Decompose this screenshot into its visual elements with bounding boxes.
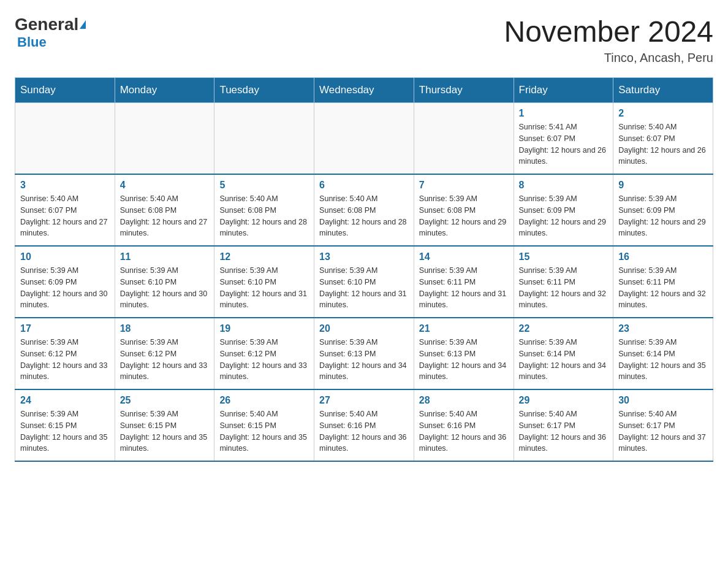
weekday-header-thursday: Thursday: [414, 78, 514, 103]
calendar-cell: 22Sunrise: 5:39 AMSunset: 6:14 PMDayligh…: [514, 318, 613, 389]
logo-triangle-icon: [80, 20, 86, 29]
calendar-week-3: 10Sunrise: 5:39 AMSunset: 6:09 PMDayligh…: [15, 246, 713, 318]
calendar-cell: 4Sunrise: 5:40 AMSunset: 6:08 PMDaylight…: [115, 174, 214, 246]
calendar-cell: 3Sunrise: 5:40 AMSunset: 6:07 PMDaylight…: [15, 174, 115, 246]
day-number: 12: [219, 251, 309, 262]
day-info: Sunrise: 5:40 AMSunset: 6:17 PMDaylight:…: [519, 408, 609, 454]
day-number: 21: [419, 323, 509, 334]
logo-general-text: General: [15, 15, 78, 34]
calendar-cell: 17Sunrise: 5:39 AMSunset: 6:12 PMDayligh…: [15, 318, 115, 389]
calendar-cell: 25Sunrise: 5:39 AMSunset: 6:15 PMDayligh…: [115, 389, 214, 461]
day-number: 4: [120, 180, 210, 191]
day-number: 19: [219, 323, 309, 334]
day-info: Sunrise: 5:39 AMSunset: 6:13 PMDaylight:…: [319, 337, 409, 383]
day-info: Sunrise: 5:40 AMSunset: 6:07 PMDaylight:…: [20, 193, 110, 239]
day-info: Sunrise: 5:39 AMSunset: 6:11 PMDaylight:…: [519, 265, 609, 311]
calendar-week-4: 17Sunrise: 5:39 AMSunset: 6:12 PMDayligh…: [15, 318, 713, 389]
day-number: 25: [120, 395, 210, 406]
calendar-cell: 8Sunrise: 5:39 AMSunset: 6:09 PMDaylight…: [514, 174, 613, 246]
calendar-cell: 16Sunrise: 5:39 AMSunset: 6:11 PMDayligh…: [613, 246, 713, 318]
calendar-cell: 13Sunrise: 5:39 AMSunset: 6:10 PMDayligh…: [314, 246, 414, 318]
calendar-week-5: 24Sunrise: 5:39 AMSunset: 6:15 PMDayligh…: [15, 389, 713, 461]
calendar-cell: 23Sunrise: 5:39 AMSunset: 6:14 PMDayligh…: [613, 318, 713, 389]
day-info: Sunrise: 5:40 AMSunset: 6:08 PMDaylight:…: [120, 193, 210, 239]
calendar-cell: 1Sunrise: 5:41 AMSunset: 6:07 PMDaylight…: [514, 103, 613, 175]
day-number: 10: [20, 251, 110, 262]
title-block: November 2024 Tinco, Ancash, Peru: [504, 15, 713, 65]
calendar-cell: 18Sunrise: 5:39 AMSunset: 6:12 PMDayligh…: [115, 318, 214, 389]
day-number: 6: [319, 180, 409, 191]
calendar-cell: 21Sunrise: 5:39 AMSunset: 6:13 PMDayligh…: [414, 318, 514, 389]
day-number: 5: [219, 180, 309, 191]
day-number: 7: [419, 180, 509, 191]
day-number: 27: [319, 395, 409, 406]
calendar-cell: 29Sunrise: 5:40 AMSunset: 6:17 PMDayligh…: [514, 389, 613, 461]
day-info: Sunrise: 5:39 AMSunset: 6:11 PMDaylight:…: [618, 265, 708, 311]
calendar-cell: [115, 103, 214, 175]
calendar-cell: [15, 103, 115, 175]
day-number: 18: [120, 323, 210, 334]
day-info: Sunrise: 5:39 AMSunset: 6:10 PMDaylight:…: [319, 265, 409, 311]
day-info: Sunrise: 5:40 AMSunset: 6:16 PMDaylight:…: [419, 408, 509, 454]
weekday-header-monday: Monday: [115, 78, 214, 103]
logo-text: General: [15, 15, 86, 34]
weekday-header-friday: Friday: [514, 78, 613, 103]
day-info: Sunrise: 5:40 AMSunset: 6:15 PMDaylight:…: [219, 408, 309, 454]
day-info: Sunrise: 5:39 AMSunset: 6:15 PMDaylight:…: [120, 408, 210, 454]
day-number: 22: [519, 323, 609, 334]
day-number: 16: [618, 251, 708, 262]
calendar-week-2: 3Sunrise: 5:40 AMSunset: 6:07 PMDaylight…: [15, 174, 713, 246]
day-number: 20: [319, 323, 409, 334]
day-info: Sunrise: 5:39 AMSunset: 6:09 PMDaylight:…: [519, 193, 609, 239]
day-number: 26: [219, 395, 309, 406]
day-number: 14: [419, 251, 509, 262]
calendar-cell: 5Sunrise: 5:40 AMSunset: 6:08 PMDaylight…: [214, 174, 314, 246]
calendar-cell: 24Sunrise: 5:39 AMSunset: 6:15 PMDayligh…: [15, 389, 115, 461]
calendar-week-1: 1Sunrise: 5:41 AMSunset: 6:07 PMDaylight…: [15, 103, 713, 175]
day-info: Sunrise: 5:39 AMSunset: 6:15 PMDaylight:…: [20, 408, 110, 454]
calendar-cell: 7Sunrise: 5:39 AMSunset: 6:08 PMDaylight…: [414, 174, 514, 246]
day-info: Sunrise: 5:39 AMSunset: 6:14 PMDaylight:…: [618, 337, 708, 383]
calendar-cell: 20Sunrise: 5:39 AMSunset: 6:13 PMDayligh…: [314, 318, 414, 389]
weekday-header-tuesday: Tuesday: [214, 78, 314, 103]
weekday-header-sunday: Sunday: [15, 78, 115, 103]
calendar-cell: [414, 103, 514, 175]
day-info: Sunrise: 5:39 AMSunset: 6:13 PMDaylight:…: [419, 337, 509, 383]
day-info: Sunrise: 5:40 AMSunset: 6:07 PMDaylight:…: [618, 121, 708, 167]
day-info: Sunrise: 5:39 AMSunset: 6:08 PMDaylight:…: [419, 193, 509, 239]
day-info: Sunrise: 5:39 AMSunset: 6:12 PMDaylight:…: [120, 337, 210, 383]
calendar-cell: 19Sunrise: 5:39 AMSunset: 6:12 PMDayligh…: [214, 318, 314, 389]
logo-blue-text: Blue: [17, 34, 47, 50]
month-title: November 2024: [504, 15, 713, 48]
calendar-header: SundayMondayTuesdayWednesdayThursdayFrid…: [15, 78, 713, 103]
location-subtitle: Tinco, Ancash, Peru: [504, 51, 713, 65]
day-info: Sunrise: 5:39 AMSunset: 6:11 PMDaylight:…: [419, 265, 509, 311]
day-info: Sunrise: 5:40 AMSunset: 6:17 PMDaylight:…: [618, 408, 708, 454]
day-number: 24: [20, 395, 110, 406]
weekday-header-wednesday: Wednesday: [314, 78, 414, 103]
day-info: Sunrise: 5:41 AMSunset: 6:07 PMDaylight:…: [519, 121, 609, 167]
calendar-cell: 2Sunrise: 5:40 AMSunset: 6:07 PMDaylight…: [613, 103, 713, 175]
calendar-cell: [314, 103, 414, 175]
calendar-body: 1Sunrise: 5:41 AMSunset: 6:07 PMDaylight…: [15, 103, 713, 462]
calendar-cell: 11Sunrise: 5:39 AMSunset: 6:10 PMDayligh…: [115, 246, 214, 318]
day-number: 15: [519, 251, 609, 262]
calendar-cell: 15Sunrise: 5:39 AMSunset: 6:11 PMDayligh…: [514, 246, 613, 318]
day-info: Sunrise: 5:39 AMSunset: 6:14 PMDaylight:…: [519, 337, 609, 383]
day-info: Sunrise: 5:40 AMSunset: 6:08 PMDaylight:…: [219, 193, 309, 239]
calendar-cell: 14Sunrise: 5:39 AMSunset: 6:11 PMDayligh…: [414, 246, 514, 318]
day-number: 3: [20, 180, 110, 191]
calendar-cell: 26Sunrise: 5:40 AMSunset: 6:15 PMDayligh…: [214, 389, 314, 461]
day-number: 29: [519, 395, 609, 406]
weekday-header-row: SundayMondayTuesdayWednesdayThursdayFrid…: [15, 78, 713, 103]
day-number: 2: [618, 108, 708, 119]
day-number: 9: [618, 180, 708, 191]
day-number: 13: [319, 251, 409, 262]
calendar-cell: 12Sunrise: 5:39 AMSunset: 6:10 PMDayligh…: [214, 246, 314, 318]
day-info: Sunrise: 5:39 AMSunset: 6:09 PMDaylight:…: [20, 265, 110, 311]
day-number: 8: [519, 180, 609, 191]
day-info: Sunrise: 5:40 AMSunset: 6:08 PMDaylight:…: [319, 193, 409, 239]
logo: General Blue: [15, 15, 86, 50]
day-info: Sunrise: 5:39 AMSunset: 6:10 PMDaylight:…: [219, 265, 309, 311]
day-info: Sunrise: 5:39 AMSunset: 6:10 PMDaylight:…: [120, 265, 210, 311]
